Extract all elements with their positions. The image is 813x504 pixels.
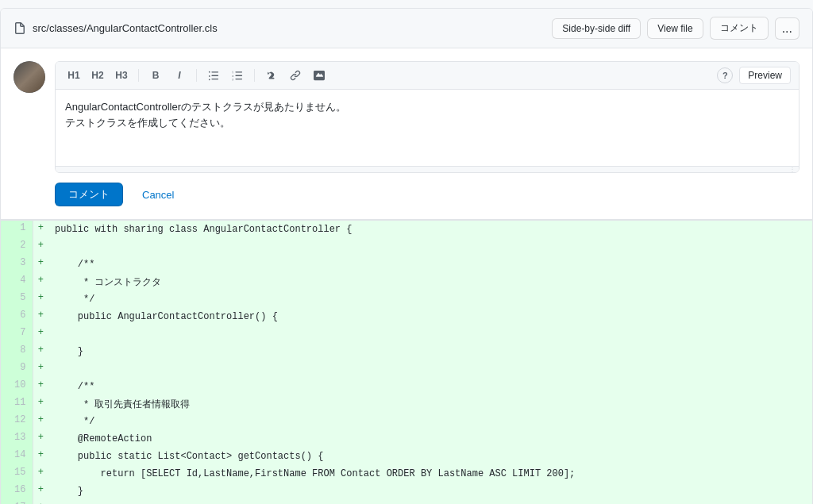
diff-code: /**: [48, 256, 812, 273]
diff-wrapper: 1+public with sharing class AngularConta…: [1, 220, 812, 504]
line-number: 1: [1, 221, 33, 238]
diff-marker: +: [33, 430, 48, 448]
header-actions: Side-by-side diff View file コメント ...: [552, 17, 800, 40]
diff-code: [48, 360, 812, 378]
line-number: 9: [1, 360, 33, 378]
submit-comment-button[interactable]: コメント: [55, 183, 123, 206]
diff-code: [48, 238, 812, 256]
line-number: 16: [1, 483, 33, 500]
diff-marker: +: [33, 465, 48, 483]
mention-button[interactable]: [261, 67, 282, 84]
file-diff-view: src/classes/AngularContactController.cls…: [0, 8, 813, 504]
table-row: 8+ }: [1, 343, 812, 360]
table-row: 10+ /**: [1, 378, 812, 395]
diff-marker: +: [33, 483, 48, 500]
table-row: 2+: [1, 238, 812, 256]
line-number: 11: [1, 395, 33, 413]
h3-button[interactable]: H3: [111, 67, 132, 84]
diff-code: return [SELECT Id,LastName,FirstName FRO…: [48, 465, 812, 483]
table-row: 4+ * コンストラクタ: [1, 273, 812, 290]
file-path-text: src/classes/AngularContactController.cls: [33, 22, 218, 34]
table-row: 14+ public static List<Contact> getConta…: [1, 448, 812, 465]
side-by-side-diff-button[interactable]: Side-by-side diff: [552, 18, 641, 39]
table-row: 11+ * 取引先責任者情報取得: [1, 395, 812, 413]
line-number: 13: [1, 430, 33, 448]
file-path: src/classes/AngularContactController.cls: [13, 22, 218, 35]
cancel-button[interactable]: Cancel: [133, 185, 183, 205]
line-number: 2: [1, 238, 33, 256]
table-row: 17+}: [1, 500, 812, 504]
diff-marker: +: [33, 325, 48, 343]
diff-marker: +: [33, 343, 48, 360]
diff-marker: +: [33, 413, 48, 430]
diff-code: * コンストラクタ: [48, 273, 812, 290]
line-number: 7: [1, 325, 33, 343]
table-row: 1+public with sharing class AngularConta…: [1, 221, 812, 238]
diff-code: @RemoteAction: [48, 430, 812, 448]
help-button[interactable]: ?: [717, 67, 733, 83]
diff-marker: +: [33, 448, 48, 465]
line-number: 10: [1, 378, 33, 395]
line-number: 15: [1, 465, 33, 483]
toolbar-left: H1 H2 H3 B I: [64, 67, 329, 84]
h2-button[interactable]: H2: [87, 67, 108, 84]
diff-code: */: [48, 413, 812, 430]
diff-marker: +: [33, 500, 48, 504]
line-number: 17: [1, 500, 33, 504]
table-row: 7+: [1, 325, 812, 343]
diff-code: public AngularContactController() {: [48, 308, 812, 325]
line-number: 12: [1, 413, 33, 430]
line-number: 6: [1, 308, 33, 325]
diff-marker: +: [33, 238, 48, 256]
line-number: 4: [1, 273, 33, 290]
editor-text-area[interactable]: AngularContactControllerのテストクラスが見あたりません。…: [56, 90, 799, 166]
comment-actions: コメント Cancel: [55, 183, 800, 206]
table-row: 5+ */: [1, 290, 812, 308]
diff-marker: +: [33, 256, 48, 273]
diff-marker: +: [33, 360, 48, 378]
diff-marker: +: [33, 378, 48, 395]
italic-button[interactable]: I: [169, 67, 190, 84]
h1-button[interactable]: H1: [64, 67, 84, 84]
table-row: 6+ public AngularContactController() {: [1, 308, 812, 325]
toolbar-sep-2: [196, 69, 197, 82]
toolbar-right: ? Preview: [717, 67, 791, 84]
diff-code: [48, 325, 812, 343]
avatar: [13, 61, 45, 93]
line-number: 8: [1, 343, 33, 360]
file-icon: [13, 22, 26, 35]
view-file-button[interactable]: View file: [647, 18, 703, 39]
diff-marker: +: [33, 290, 48, 308]
bold-button[interactable]: B: [145, 67, 166, 84]
comment-area: H1 H2 H3 B I: [1, 48, 812, 220]
more-options-button[interactable]: ...: [775, 17, 800, 40]
editor-resize-handle[interactable]: ⋮: [56, 166, 799, 172]
comment-box: H1 H2 H3 B I: [13, 61, 800, 173]
diff-marker: +: [33, 273, 48, 290]
line-number: 5: [1, 290, 33, 308]
file-header: src/classes/AngularContactController.cls…: [1, 9, 812, 48]
unordered-list-button[interactable]: [203, 67, 224, 84]
toolbar-sep-1: [138, 69, 139, 82]
diff-code: }: [48, 343, 812, 360]
link-button[interactable]: [285, 67, 306, 84]
ordered-list-button[interactable]: [227, 67, 248, 84]
diff-code: * 取引先責任者情報取得: [48, 395, 812, 413]
table-row: 12+ */: [1, 413, 812, 430]
table-row: 3+ /**: [1, 256, 812, 273]
comment-header-button[interactable]: コメント: [710, 17, 769, 40]
image-button[interactable]: [309, 67, 329, 84]
diff-code: */: [48, 290, 812, 308]
line-number: 3: [1, 256, 33, 273]
avatar-image: [13, 61, 45, 93]
editor-container: H1 H2 H3 B I: [55, 61, 800, 173]
diff-table: 1+public with sharing class AngularConta…: [1, 221, 812, 504]
diff-code: /**: [48, 378, 812, 395]
editor-toolbar: H1 H2 H3 B I: [56, 62, 799, 90]
table-row: 9+: [1, 360, 812, 378]
table-row: 13+ @RemoteAction: [1, 430, 812, 448]
resize-dots: ⋮: [789, 166, 796, 173]
line-number: 14: [1, 448, 33, 465]
preview-button[interactable]: Preview: [739, 67, 791, 84]
diff-code: }: [48, 500, 812, 504]
